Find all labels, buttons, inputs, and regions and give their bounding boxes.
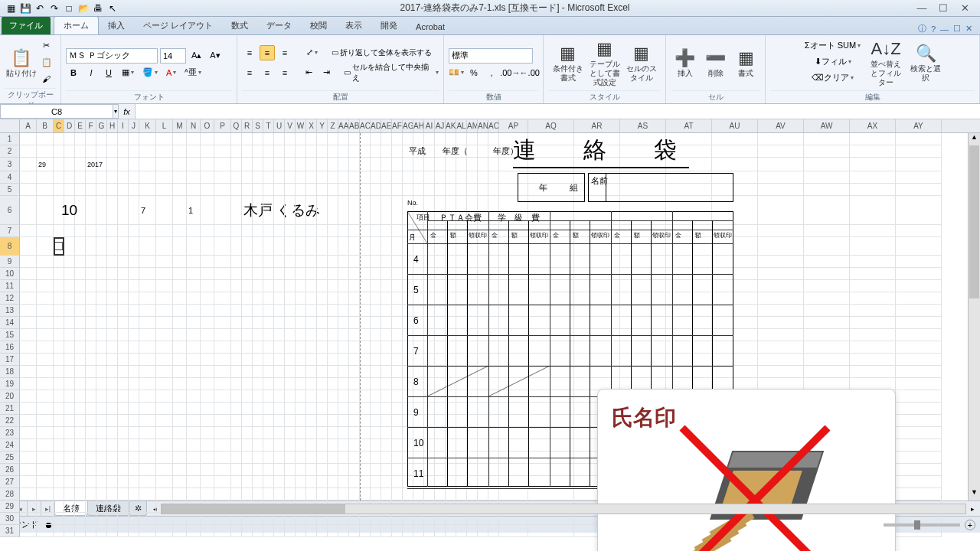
- cell[interactable]: [64, 390, 75, 403]
- col-header-AA[interactable]: AA: [338, 119, 349, 132]
- cell[interactable]: [456, 184, 467, 196]
- cell[interactable]: [896, 464, 942, 476]
- align-top-button[interactable]: ≡: [242, 45, 257, 60]
- cell[interactable]: [467, 390, 478, 403]
- cell[interactable]: [201, 145, 214, 158]
- cell[interactable]: [371, 403, 381, 415]
- cell[interactable]: [467, 329, 478, 341]
- cell[interactable]: [499, 268, 528, 280]
- cell[interactable]: [360, 390, 371, 403]
- cell[interactable]: [758, 196, 804, 225]
- cell[interactable]: [253, 184, 263, 196]
- cell[interactable]: [253, 341, 263, 354]
- cell[interactable]: [528, 237, 574, 256]
- cell[interactable]: [20, 171, 37, 184]
- cell[interactable]: [231, 237, 242, 256]
- cell[interactable]: [456, 390, 467, 403]
- border-button[interactable]: ▦: [119, 65, 137, 80]
- cell[interactable]: [173, 292, 187, 305]
- cell[interactable]: [413, 439, 424, 452]
- cell[interactable]: [467, 184, 478, 196]
- cell[interactable]: [456, 256, 467, 268]
- cell[interactable]: [478, 488, 488, 500]
- cell[interactable]: [86, 500, 96, 513]
- cell[interactable]: 7: [139, 196, 156, 225]
- cell[interactable]: [499, 525, 528, 537]
- cell[interactable]: [499, 184, 528, 196]
- cell[interactable]: [360, 225, 371, 237]
- cell[interactable]: [20, 488, 37, 500]
- cell[interactable]: [296, 268, 306, 280]
- cell[interactable]: [392, 378, 403, 390]
- cell[interactable]: [139, 292, 156, 305]
- cell[interactable]: [75, 280, 86, 292]
- cell[interactable]: [107, 341, 118, 354]
- cell[interactable]: [435, 452, 446, 464]
- cell[interactable]: [306, 145, 317, 158]
- cell[interactable]: [54, 171, 64, 184]
- cell[interactable]: [20, 415, 37, 427]
- cell[interactable]: [274, 225, 285, 237]
- cell[interactable]: [338, 145, 349, 158]
- conditional-format-button[interactable]: ▦条件付き書式: [550, 37, 586, 88]
- cell[interactable]: [478, 390, 488, 403]
- col-header-J[interactable]: J: [129, 119, 139, 132]
- cell[interactable]: [139, 366, 156, 378]
- cell[interactable]: [338, 439, 349, 452]
- cell[interactable]: [371, 133, 381, 145]
- cell[interactable]: [214, 280, 231, 292]
- cell[interactable]: [274, 237, 285, 256]
- cell[interactable]: [666, 256, 712, 268]
- cell[interactable]: [499, 452, 528, 464]
- cell[interactable]: [850, 171, 896, 184]
- cell[interactable]: [403, 329, 413, 341]
- cell[interactable]: [187, 390, 201, 403]
- cell[interactable]: [231, 439, 242, 452]
- cell[interactable]: [446, 452, 456, 464]
- cell[interactable]: [306, 452, 317, 464]
- cell[interactable]: [456, 145, 467, 158]
- cell[interactable]: [285, 513, 296, 525]
- cell[interactable]: [467, 280, 478, 292]
- cell[interactable]: [478, 256, 488, 268]
- format-cells-button[interactable]: ▦書式: [731, 37, 760, 88]
- cell[interactable]: [156, 133, 173, 145]
- cell[interactable]: [201, 513, 214, 525]
- cell[interactable]: [118, 158, 129, 171]
- cell[interactable]: [173, 133, 187, 145]
- cell[interactable]: [488, 184, 499, 196]
- cell[interactable]: [118, 237, 129, 256]
- cell[interactable]: [306, 403, 317, 415]
- cell[interactable]: [173, 225, 187, 237]
- cell[interactable]: [424, 341, 435, 354]
- cell[interactable]: [37, 268, 54, 280]
- cell[interactable]: [201, 184, 214, 196]
- cell[interactable]: [499, 329, 528, 341]
- cell[interactable]: [804, 354, 850, 366]
- cell[interactable]: [488, 366, 499, 378]
- cell[interactable]: [156, 171, 173, 184]
- cell[interactable]: [328, 366, 338, 378]
- cell[interactable]: [20, 268, 37, 280]
- cell[interactable]: [118, 329, 129, 341]
- cell[interactable]: [381, 237, 392, 256]
- align-right-button[interactable]: ≡: [277, 65, 292, 80]
- cell[interactable]: [231, 292, 242, 305]
- cell[interactable]: [758, 305, 804, 317]
- cell[interactable]: [107, 329, 118, 341]
- cell[interactable]: [118, 225, 129, 237]
- cell[interactable]: [317, 354, 328, 366]
- cell[interactable]: [20, 366, 37, 378]
- cell[interactable]: [187, 513, 201, 525]
- cell[interactable]: [156, 390, 173, 403]
- cell[interactable]: [413, 196, 424, 225]
- cell[interactable]: [187, 292, 201, 305]
- cell[interactable]: [338, 354, 349, 366]
- cell[interactable]: [75, 366, 86, 378]
- cell[interactable]: [424, 476, 435, 488]
- cell[interactable]: [118, 354, 129, 366]
- cell[interactable]: [129, 390, 139, 403]
- cell[interactable]: [187, 317, 201, 329]
- cell[interactable]: [242, 427, 253, 439]
- cell[interactable]: [129, 280, 139, 292]
